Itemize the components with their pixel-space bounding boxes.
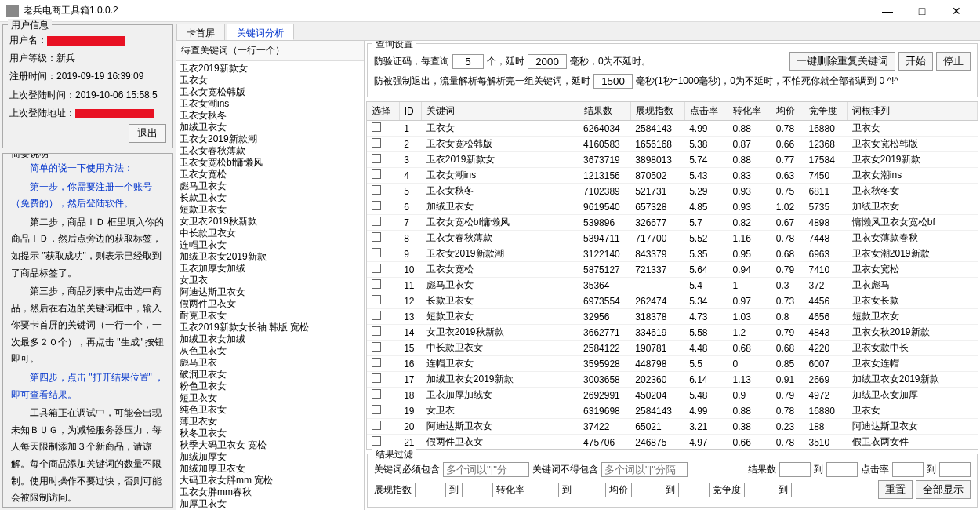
tab-keyword-analysis[interactable]: 关键词分析 — [227, 24, 294, 40]
table-row[interactable]: 10卫衣女宽松58751277213375.640.940.797410卫衣女宽… — [367, 262, 978, 278]
keyword-item[interactable]: 粉色卫衣女 — [178, 381, 362, 392]
keyword-item[interactable]: 中长款卫衣女 — [178, 228, 362, 239]
filter-not-input[interactable] — [601, 462, 688, 477]
column-header[interactable]: 竞争度 — [804, 102, 848, 121]
filter-cvr-max[interactable] — [575, 483, 606, 497]
keyword-list[interactable]: 卫衣2019新款女卫衣女卫衣女宽松韩版卫衣女潮ins卫衣女秋冬加绒卫衣女卫衣女2… — [176, 61, 364, 510]
column-header[interactable]: 均价 — [771, 102, 804, 121]
row-checkbox[interactable] — [372, 138, 381, 148]
filter-must-input[interactable] — [443, 462, 529, 477]
filter-ctr-min[interactable] — [892, 462, 924, 477]
row-checkbox[interactable] — [372, 311, 381, 320]
row-checkbox[interactable] — [372, 122, 381, 132]
keyword-item[interactable]: 阿迪达斯卫衣女 — [178, 286, 362, 298]
filter-price-min[interactable] — [631, 483, 662, 497]
keyword-item[interactable]: 卫衣女 — [178, 75, 362, 86]
column-header[interactable]: 词根排列 — [848, 102, 978, 121]
row-checkbox[interactable] — [372, 232, 381, 242]
row-checkbox[interactable] — [372, 421, 381, 430]
row-checkbox[interactable] — [372, 295, 381, 304]
keyword-item[interactable]: 彪马卫衣 — [178, 357, 362, 369]
row-checkbox[interactable] — [372, 373, 381, 383]
row-checkbox[interactable] — [372, 217, 381, 226]
filter-cvr-min[interactable] — [528, 483, 559, 497]
table-row[interactable]: 1卫衣女626403425841434.990.880.7816880卫衣女 — [367, 121, 978, 137]
table-row[interactable]: 17加绒卫衣女2019新款30036582023606.141.130.9126… — [367, 372, 978, 388]
table-row[interactable]: 19女卫衣631969825841434.990.880.7816880卫衣女 — [367, 403, 978, 419]
row-checkbox[interactable] — [372, 201, 381, 210]
column-header[interactable]: 选择 — [367, 102, 399, 121]
row-checkbox[interactable] — [372, 264, 381, 273]
results-table-wrap[interactable]: 选择ID关键词结果数展现指数点击率转化率均价竞争度词根排列 1卫衣女626403… — [366, 101, 978, 450]
keyword-item[interactable]: 卫衣女秋冬 — [178, 110, 362, 122]
row-checkbox[interactable] — [372, 326, 381, 336]
row-checkbox[interactable] — [372, 248, 381, 257]
row-checkbox[interactable] — [372, 279, 381, 289]
stop-button[interactable]: 停止 — [936, 52, 971, 71]
filter-price-max[interactable] — [678, 483, 710, 497]
keyword-item[interactable]: 卫衣女宽松bf慵懒风 — [178, 157, 362, 169]
filter-show-min[interactable] — [415, 483, 446, 497]
keyword-item[interactable]: 卫衣女2019新款潮 — [178, 133, 362, 145]
captcha-count-input[interactable] — [452, 54, 484, 69]
table-row[interactable]: 3卫衣2019新款女367371938980135.740.880.771758… — [367, 152, 978, 168]
row-checkbox[interactable] — [372, 185, 381, 195]
column-header[interactable]: 点击率 — [684, 102, 728, 121]
keyword-item[interactable]: 短款卫衣女 — [178, 204, 362, 216]
keyword-item[interactable]: 秋季大码卫衣女 宽松 — [178, 439, 362, 451]
keyword-item[interactable]: 卫衣2019新款女长袖 韩版 宽松 — [178, 322, 362, 333]
table-row[interactable]: 11彪马卫衣女353645.410.3372卫衣彪马 — [367, 278, 978, 293]
table-row[interactable]: 16连帽卫衣女35959284487985.500.856007卫衣女连帽 — [367, 356, 978, 372]
column-header[interactable]: 展现指数 — [630, 102, 684, 121]
table-row[interactable]: 18卫衣加厚加绒女26929914502045.480.90.794972加绒卫… — [367, 388, 978, 403]
table-row[interactable]: 9卫衣女2019新款潮31221408433795.350.950.686963… — [367, 246, 978, 262]
keyword-item[interactable]: 秋冬卫衣女 — [178, 428, 362, 439]
keyword-item[interactable]: 加绒加厚卫衣女 — [178, 463, 362, 475]
logout-button[interactable]: 退出 — [129, 124, 166, 143]
maximize-button[interactable]: □ — [905, 0, 939, 22]
keyword-item[interactable]: 长款卫衣女 — [178, 192, 362, 204]
keyword-item[interactable]: 假两件卫衣女 — [178, 298, 362, 310]
table-row[interactable]: 5卫衣女秋冬71023895217315.290.930.756811卫衣秋冬女 — [367, 184, 978, 199]
keyword-item[interactable]: 卫衣女胖mm春秋 — [178, 486, 362, 498]
filter-comp-max[interactable] — [791, 483, 822, 497]
row-checkbox[interactable] — [372, 436, 381, 446]
close-button[interactable]: ✕ — [939, 0, 974, 22]
filter-results-min[interactable] — [779, 462, 811, 477]
row-checkbox[interactable] — [372, 358, 381, 367]
table-row[interactable]: 14女卫衣2019秋新款36627713346195.581.20.794843… — [367, 325, 978, 341]
keyword-item[interactable]: 灰色卫衣女 — [178, 345, 362, 357]
table-row[interactable]: 6加绒卫衣女96195406573284.850.931.025735加绒卫衣女 — [367, 199, 978, 215]
captcha-delay-input[interactable] — [528, 54, 567, 69]
keyword-item[interactable]: 破洞卫衣女 — [178, 369, 362, 381]
start-button[interactable]: 开始 — [898, 52, 933, 71]
table-row[interactable]: 2卫衣女宽松韩版416058316561685.380.870.6612368卫… — [367, 137, 978, 152]
keyword-item[interactable]: 卫衣女宽松韩版 — [178, 86, 362, 98]
reset-button[interactable]: 重置 — [878, 480, 913, 499]
keyword-item[interactable]: 耐克卫衣女 — [178, 310, 362, 322]
row-checkbox[interactable] — [372, 405, 381, 414]
row-checkbox[interactable] — [372, 169, 381, 179]
filter-results-max[interactable] — [826, 462, 858, 477]
table-row[interactable]: 20阿迪达斯卫衣女37422650213.210.380.23188阿迪达斯卫衣… — [367, 419, 978, 435]
table-row[interactable]: 12长款卫衣女69735542624745.340.970.734456卫衣女长… — [367, 293, 978, 309]
keyword-item[interactable]: 加绒卫衣女加绒 — [178, 333, 362, 345]
table-row[interactable]: 15中长款卫衣女25841221907814.480.680.684220卫衣女… — [367, 341, 978, 356]
keyword-item[interactable]: 连帽卫衣女 — [178, 239, 362, 251]
keyword-item[interactable]: 大码卫衣女胖mm 宽松 — [178, 475, 362, 486]
force-delay-input[interactable] — [593, 74, 633, 89]
keyword-item[interactable]: 薄卫衣女 — [178, 416, 362, 428]
keyword-item[interactable]: 卫衣女宽松 — [178, 169, 362, 180]
row-checkbox[interactable] — [372, 154, 381, 163]
keyword-item[interactable]: 加绒卫衣女2019新款 — [178, 251, 362, 263]
keyword-item[interactable]: 女卫衣2019秋新款 — [178, 216, 362, 228]
keyword-item[interactable]: 卫衣女春秋薄款 — [178, 145, 362, 157]
tab-card-first[interactable]: 卡首屏 — [176, 24, 225, 40]
keyword-item[interactable]: 短卫衣女 — [178, 392, 362, 404]
table-row[interactable]: 4卫衣女潮ins12131568705025.430.830.637450卫衣女… — [367, 168, 978, 184]
keyword-item[interactable]: 卫衣女潮ins — [178, 98, 362, 110]
minimize-button[interactable]: — — [870, 0, 905, 22]
keyword-item[interactable]: 彪马卫衣女 — [178, 180, 362, 192]
keyword-item[interactable]: 纯色卫衣女 — [178, 404, 362, 416]
keyword-item[interactable]: 加绒卫衣女 — [178, 122, 362, 133]
